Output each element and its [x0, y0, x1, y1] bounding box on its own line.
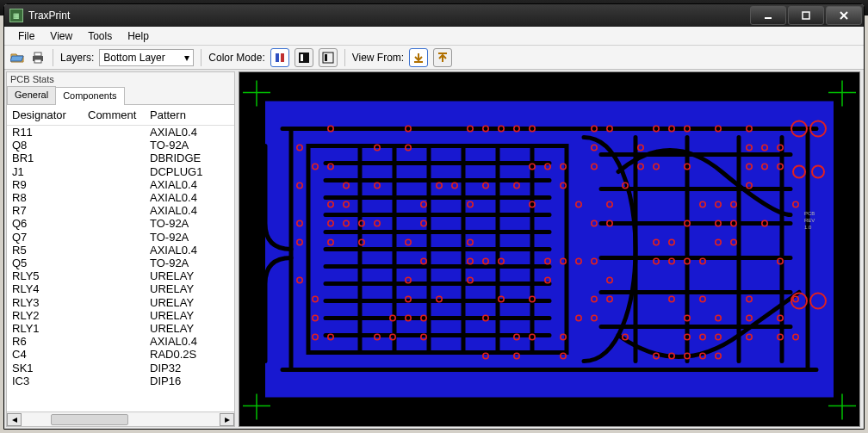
table-row[interactable]: Q8TO-92A	[7, 139, 234, 152]
cell-comment	[88, 309, 150, 322]
cell-designator: Q5	[12, 257, 88, 269]
scroll-thumb[interactable]	[51, 414, 128, 425]
table-row[interactable]: IC3DIP16	[7, 374, 234, 387]
svg-rect-9	[299, 53, 309, 63]
cell-designator: R8	[12, 191, 88, 204]
svg-rect-6	[34, 59, 41, 63]
cell-comment	[88, 191, 150, 204]
cell-pattern: DCPLUG1	[150, 165, 229, 178]
scroll-left-icon[interactable]: ◂	[7, 413, 22, 426]
table-row[interactable]: Q7TO-92A	[7, 231, 234, 244]
tab-general[interactable]: General	[7, 86, 56, 104]
colormode-dark-button[interactable]	[294, 48, 313, 67]
table-row[interactable]: Q5TO-92A	[7, 257, 234, 269]
tab-components[interactable]: Components	[55, 87, 124, 105]
header-designator[interactable]: Designator	[12, 108, 88, 121]
header-comment[interactable]: Comment	[88, 108, 150, 121]
workspace: PCB Stats General Components Designator …	[4, 70, 864, 429]
cell-designator: RLY4	[12, 282, 88, 295]
cell-comment	[88, 335, 150, 348]
cell-pattern: URELAY	[150, 269, 229, 282]
cell-comment	[88, 178, 150, 191]
svg-rect-12	[325, 54, 327, 61]
svg-rect-8	[281, 53, 284, 62]
viewfrom-bottom-button[interactable]	[433, 48, 452, 67]
table-row[interactable]: RLY3URELAY	[7, 296, 234, 309]
table-row[interactable]: R11AXIAL0.4	[7, 126, 234, 139]
cell-comment	[88, 217, 150, 230]
table-row[interactable]: R7AXIAL0.4	[7, 204, 234, 217]
cell-pattern: TO-92A	[150, 217, 229, 230]
table-row[interactable]: R9AXIAL0.4	[7, 178, 234, 191]
cell-designator: RLY3	[12, 296, 88, 309]
separator	[344, 49, 345, 66]
table-header: Designator Comment Pattern	[7, 105, 234, 126]
cell-designator: R9	[12, 178, 88, 191]
cell-designator: RLY1	[12, 322, 88, 335]
menu-view[interactable]: View	[50, 30, 72, 42]
table-row[interactable]: R8AXIAL0.4	[7, 191, 234, 204]
viewfrom-top-button[interactable]	[409, 48, 428, 67]
colormode-color-button[interactable]	[270, 48, 289, 67]
viewfrom-label: View From:	[352, 52, 404, 64]
toolbar: Layers: Bottom Layer ▾ Color Mode: View …	[4, 46, 864, 70]
table-row[interactable]: R6AXIAL0.4	[7, 335, 234, 348]
cell-designator: C4	[12, 348, 88, 361]
scroll-track[interactable]	[22, 413, 220, 426]
pcb-stats-panel: PCB Stats General Components Designator …	[6, 71, 235, 427]
cell-comment	[88, 204, 150, 217]
header-pattern[interactable]: Pattern	[150, 108, 229, 121]
maximize-button[interactable]	[788, 6, 824, 25]
layers-value: Bottom Layer	[103, 52, 164, 64]
menu-help[interactable]: Help	[127, 30, 149, 42]
cell-comment	[88, 374, 150, 387]
window-title: TraxPrint	[28, 9, 745, 22]
horizontal-scrollbar[interactable]: ◂ ▸	[7, 411, 234, 426]
scroll-right-icon[interactable]: ▸	[220, 413, 234, 426]
cell-pattern: DIP16	[150, 374, 229, 387]
cell-pattern: AXIAL0.4	[150, 204, 229, 217]
cell-designator: J1	[12, 165, 88, 178]
svg-rect-7	[276, 53, 279, 62]
close-button[interactable]	[826, 6, 862, 25]
table-row[interactable]: R5AXIAL0.4	[7, 244, 234, 257]
print-icon[interactable]	[30, 50, 46, 65]
cell-designator: IC3	[12, 374, 88, 387]
cell-pattern: URELAY	[150, 282, 229, 295]
cell-pattern: TO-92A	[150, 257, 229, 269]
table-row[interactable]: SK1DIP32	[7, 362, 234, 374]
titlebar[interactable]: ▦ TraxPrint	[4, 4, 864, 27]
cell-designator: Q8	[12, 139, 88, 152]
svg-text:REV: REV	[804, 218, 815, 223]
cell-comment	[88, 231, 150, 244]
table-row[interactable]: BR1DBRIDGE	[7, 152, 234, 164]
menu-tools[interactable]: Tools	[88, 30, 112, 42]
colormode-mono-button[interactable]	[319, 48, 338, 67]
table-body: R11AXIAL0.4Q8TO-92ABR1DBRIDGEJ1DCPLUG1R9…	[7, 126, 234, 411]
cell-designator: R11	[12, 126, 88, 139]
table-row[interactable]: RLY1URELAY	[7, 322, 234, 335]
table-row[interactable]: J1DCPLUG1	[7, 165, 234, 178]
app-icon: ▦	[9, 9, 23, 22]
pcb-render: PCBREV1.0	[239, 72, 859, 426]
open-icon[interactable]	[9, 50, 25, 65]
table-row[interactable]: RLY5URELAY	[7, 269, 234, 282]
app-window: ▦ TraxPrint File View Tools Help Layers:…	[3, 3, 865, 430]
layers-dropdown[interactable]: Bottom Layer ▾	[99, 49, 194, 66]
menu-file[interactable]: File	[18, 30, 34, 42]
separator	[53, 49, 53, 66]
table-row[interactable]: C4RAD0.2S	[7, 348, 234, 361]
layers-label: Layers:	[60, 52, 94, 64]
cell-comment	[88, 139, 150, 152]
svg-text:1.0: 1.0	[804, 225, 812, 230]
svg-rect-1	[803, 12, 809, 19]
table-row[interactable]: RLY4URELAY	[7, 282, 234, 295]
cell-pattern: DBRIDGE	[150, 152, 229, 164]
pcb-viewport[interactable]: PCBREV1.0	[239, 71, 860, 427]
table-row[interactable]: RLY2URELAY	[7, 309, 234, 322]
minimize-button[interactable]	[750, 6, 786, 25]
cell-pattern: AXIAL0.4	[150, 178, 229, 191]
cell-comment	[88, 244, 150, 257]
table-row[interactable]: Q6TO-92A	[7, 217, 234, 230]
cell-comment	[88, 282, 150, 295]
